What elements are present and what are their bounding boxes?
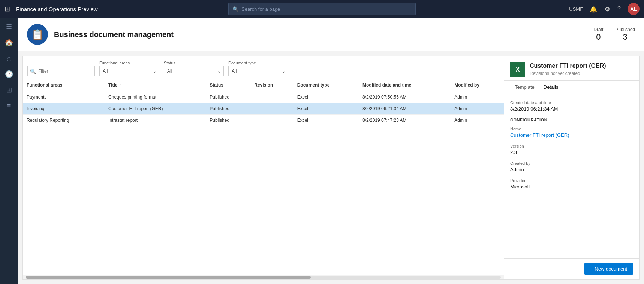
version-field: Version 2.3 (510, 144, 633, 155)
page-icon-symbol: 📋 (31, 29, 43, 40)
status-filter-group: Status All (164, 61, 224, 76)
table-row[interactable]: InvoicingCustomer FTI report (GER)Publis… (23, 103, 504, 115)
excel-icon: X (510, 62, 525, 77)
table-header-row: Functional areas Title ↑ Status (23, 79, 504, 91)
functional-areas-select[interactable]: All (99, 66, 159, 76)
version-value: 2.3 (510, 149, 633, 155)
notifications-button[interactable]: 🔔 (589, 5, 598, 13)
table-body: PaymentsCheques printing formatPublished… (23, 91, 504, 126)
data-table: Functional areas Title ↑ Status (23, 79, 504, 275)
filter-search-icon: 🔍 (30, 69, 36, 74)
created-value: 8/2/2019 06:21:34 AM (510, 106, 633, 112)
settings-button[interactable]: ⚙ (604, 5, 611, 13)
sidebar-item-list[interactable]: ≡ (1, 98, 16, 113)
page-header-stats: Draft 0 Published 3 (593, 27, 635, 42)
sidebar-item-menu[interactable]: ☰ (1, 19, 16, 34)
app-title: Finance and Operations Preview (16, 6, 98, 12)
table-area: 🔍 Functional areas All Status (23, 56, 504, 279)
grid-icon[interactable]: ⊞ (4, 5, 10, 13)
col-functional-areas[interactable]: Functional areas (23, 79, 105, 91)
created-field: Created date and time 8/2/2019 06:21:34 … (510, 100, 633, 112)
sidebar-item-grid[interactable]: ⊞ (1, 82, 16, 97)
right-panel-content: Created date and time 8/2/2019 06:21:34 … (504, 94, 639, 258)
main-panel: 🔍 Functional areas All Status (22, 56, 640, 280)
tab-details[interactable]: Details (539, 81, 563, 94)
status-label: Status (164, 61, 224, 65)
page-title: Business document management (54, 30, 174, 39)
page-header: 📋 Business document management Draft 0 P… (18, 18, 644, 51)
col-document-type[interactable]: Document type (294, 79, 359, 91)
search-input[interactable] (241, 6, 412, 12)
document-type-filter-group: Document type All (228, 61, 288, 76)
table-cell-1: Customer FTI report (GER) (105, 103, 206, 115)
published-value: 3 (615, 32, 635, 42)
table-cell-5: 8/2/2019 07:50:56 AM (359, 91, 451, 103)
config-section-title: CONFIGURATION (510, 118, 633, 122)
version-label: Version (510, 144, 633, 148)
table-cell-1: Intrastat report (105, 115, 206, 126)
table-cell-0: Payments (23, 91, 105, 103)
col-modified-datetime[interactable]: Modified date and time (359, 79, 451, 91)
table-cell-6: Admin (451, 91, 504, 103)
published-label: Published (615, 27, 635, 32)
top-nav: ⊞ Finance and Operations Preview 🔍 USMF … (0, 0, 644, 18)
provider-label: Provider (510, 178, 633, 183)
document-type-select[interactable]: All (228, 66, 288, 76)
col-title[interactable]: Title ↑ (105, 79, 206, 91)
provider-value: Microsoft (510, 184, 633, 190)
filter-input[interactable] (27, 66, 95, 76)
table-cell-4: Excel (294, 103, 359, 115)
search-bar[interactable]: 🔍 (228, 3, 416, 15)
right-panel: X Customer FTI report (GER) Revisions no… (504, 56, 639, 279)
name-value[interactable]: Customer FTI report (GER) (510, 132, 633, 138)
draft-value: 0 (593, 32, 603, 42)
table-cell-4: Excel (294, 115, 359, 126)
top-nav-right: USMF 🔔 ⚙ ? AL (569, 3, 640, 15)
status-select[interactable]: All (164, 66, 224, 76)
avatar[interactable]: AL (628, 3, 640, 15)
sidebar-item-home[interactable]: 🏠 (1, 35, 16, 50)
table-cell-3 (250, 115, 293, 126)
table-cell-3 (250, 91, 293, 103)
table-cell-0: Regulatory Reporting (23, 115, 105, 126)
right-panel-tabs: Template Details (504, 81, 639, 94)
horizontal-scrollbar[interactable] (23, 275, 504, 279)
table: Functional areas Title ↑ Status (23, 79, 504, 126)
scrollbar-thumb (26, 276, 311, 279)
status-select-wrap: All (164, 66, 224, 76)
created-by-field: Created by Admin (510, 161, 633, 172)
scrollbar-track (26, 276, 501, 279)
name-field: Name Customer FTI report (GER) (510, 127, 633, 138)
right-panel-footer: + New document (504, 258, 639, 279)
tab-template[interactable]: Template (510, 81, 539, 94)
provider-field: Provider Microsoft (510, 178, 633, 190)
functional-areas-filter-group: Functional areas All (99, 61, 159, 76)
created-by-label: Created by (510, 161, 633, 166)
right-panel-title-block: Customer FTI report (GER) Revisions not … (530, 62, 606, 76)
table-cell-6: Admin (451, 115, 504, 126)
table-row[interactable]: PaymentsCheques printing formatPublished… (23, 91, 504, 103)
sidebar-item-favorites[interactable]: ☆ (1, 51, 16, 66)
draft-label: Draft (593, 27, 603, 32)
right-panel-subtitle: Revisions not yet created (530, 71, 606, 76)
col-modified-by[interactable]: Modified by (451, 79, 504, 91)
document-type-label: Document type (228, 61, 288, 65)
table-cell-4: Excel (294, 91, 359, 103)
name-label: Name (510, 127, 633, 131)
col-status[interactable]: Status (206, 79, 250, 91)
col-revision[interactable]: Revision (250, 79, 293, 91)
table-cell-2: Published (206, 103, 250, 115)
page-icon: 📋 (27, 24, 48, 45)
content-area: 📋 Business document management Draft 0 P… (18, 18, 644, 284)
table-row[interactable]: Regulatory ReportingIntrastat reportPubl… (23, 115, 504, 126)
sidebar: ☰ 🏠 ☆ 🕐 ⊞ ≡ (0, 18, 18, 284)
help-button[interactable]: ? (617, 5, 622, 13)
table-cell-5: 8/2/2019 06:21:34 AM (359, 103, 451, 115)
created-by-value: Admin (510, 167, 633, 172)
functional-areas-select-wrap: All (99, 66, 159, 76)
sidebar-item-recent[interactable]: 🕐 (1, 67, 16, 82)
document-type-select-wrap: All (228, 66, 288, 76)
table-cell-3 (250, 103, 293, 115)
new-document-button[interactable]: + New document (584, 263, 633, 275)
right-panel-header: X Customer FTI report (GER) Revisions no… (504, 56, 639, 81)
